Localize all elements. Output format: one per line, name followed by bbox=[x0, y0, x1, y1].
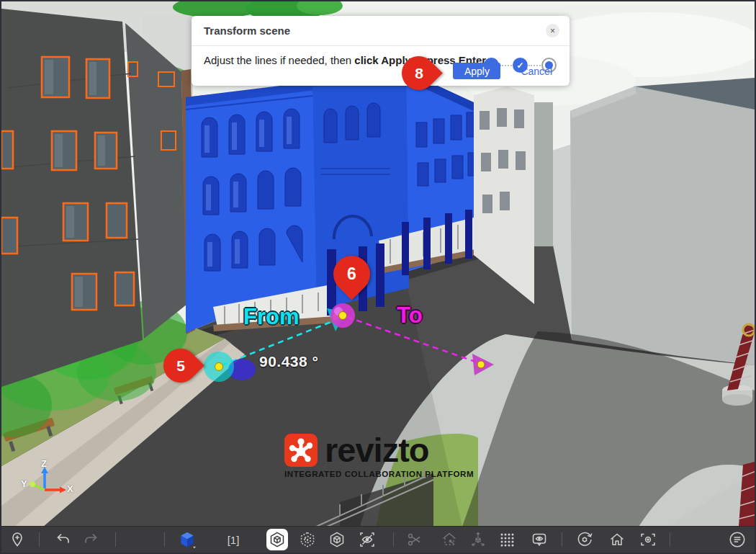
house-section-icon bbox=[441, 531, 458, 548]
apply-button[interactable]: Apply bbox=[453, 63, 500, 79]
object-mode-selected-button[interactable] bbox=[266, 529, 288, 550]
cut-object-button bbox=[406, 531, 423, 548]
undo-icon bbox=[55, 531, 72, 548]
viewpoint-comment-button[interactable] bbox=[531, 531, 548, 548]
scissors-icon bbox=[406, 531, 423, 548]
dialog-title: Transform scene bbox=[204, 24, 290, 37]
orbit-mode-button[interactable] bbox=[576, 531, 593, 548]
close-icon[interactable]: × bbox=[546, 24, 559, 37]
eye-bubble-icon bbox=[531, 531, 548, 548]
undo-button[interactable] bbox=[55, 531, 72, 548]
cube-hexagon-dotted-icon bbox=[299, 531, 316, 548]
add-pin-icon bbox=[9, 531, 26, 548]
notes-list-button[interactable] bbox=[728, 530, 747, 549]
bottom-toolbar: [1] bbox=[1, 526, 755, 553]
cancel-button[interactable]: Cancel bbox=[516, 65, 557, 78]
grid-icon bbox=[498, 531, 516, 548]
section-house-button bbox=[441, 531, 458, 548]
eye-hidden-icon bbox=[359, 531, 376, 548]
cube-hexagon-icon bbox=[269, 531, 286, 548]
revizto-app-window: From To 90.438 ° 5 6 8 revizto INTEGRATE… bbox=[0, 0, 756, 554]
3d-cube-icon bbox=[178, 530, 197, 549]
move-cube-icon bbox=[469, 531, 487, 548]
home-icon bbox=[608, 531, 626, 548]
cube-hexagon-icon bbox=[328, 531, 346, 548]
orbit-icon bbox=[576, 531, 593, 548]
selected-tool-highlight bbox=[266, 529, 288, 550]
notes-icon bbox=[728, 530, 747, 549]
home-view-button[interactable] bbox=[608, 531, 626, 548]
transform-scene-dialog: Transform scene × Adjust the lines if ne… bbox=[192, 16, 570, 86]
object-mode-solid-button[interactable] bbox=[328, 531, 346, 548]
focus-target-icon bbox=[639, 531, 657, 548]
sheet-count-button[interactable]: [1] bbox=[228, 534, 240, 546]
hide-object-button[interactable] bbox=[359, 531, 376, 548]
redo-button bbox=[82, 531, 99, 548]
3d-view-cube-button[interactable] bbox=[178, 530, 197, 549]
focus-selection-button[interactable] bbox=[639, 531, 657, 548]
object-mode-ghost-button[interactable] bbox=[299, 531, 316, 548]
move-object-button bbox=[469, 531, 487, 548]
redo-icon bbox=[82, 531, 99, 548]
grid-snap-button[interactable] bbox=[498, 531, 516, 548]
add-issue-pin-button[interactable] bbox=[9, 531, 26, 548]
